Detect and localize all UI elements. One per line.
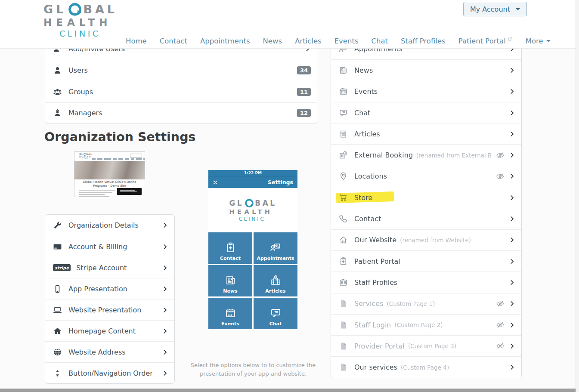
mini-account-button xyxy=(130,154,142,157)
location-pin-icon xyxy=(339,172,348,181)
users-card-row-groups[interactable]: Groups 11 xyxy=(45,81,317,102)
row-label: Managers xyxy=(68,109,102,117)
chat-icon xyxy=(339,108,348,117)
count-badge: 34 xyxy=(297,66,311,74)
mini-cta-button xyxy=(117,188,142,195)
feature-row-chat[interactable]: Chat xyxy=(331,102,521,123)
feature-row-articles[interactable]: Articles xyxy=(331,123,521,144)
eye-slash-icon xyxy=(496,299,505,308)
main-nav: Home Contact Appointments News Articles … xyxy=(126,37,551,45)
row-note: (Custom Page 2) xyxy=(395,321,443,328)
site-logo: GLBAL HEALTH CLINIC xyxy=(43,2,118,38)
settings-row-account-billing[interactable]: Account & Billing xyxy=(45,236,174,257)
row-label: External Booking xyxy=(354,151,413,159)
article-icon xyxy=(339,130,348,139)
file-icon xyxy=(339,363,348,372)
feature-row-contact[interactable]: Contact xyxy=(331,208,521,229)
row-label: Website Address xyxy=(68,348,126,356)
settings-row-organization-details[interactable]: Organization Details xyxy=(45,215,174,236)
chevron-right-icon xyxy=(162,370,168,377)
row-label: Staff Login xyxy=(354,321,391,329)
row-note: (renamed from Website) xyxy=(400,237,471,244)
settings-row-website-presentation[interactable]: Website Presentation xyxy=(45,299,174,320)
page-title: Organization Settings xyxy=(44,130,196,144)
presentation-caption: Select the options below to to customize… xyxy=(184,361,322,378)
feature-row-news[interactable]: News xyxy=(331,59,521,80)
chevron-right-icon xyxy=(509,279,515,286)
chat-tile-icon xyxy=(270,307,282,319)
row-label: Staff Profiles xyxy=(354,278,397,287)
nav-item-staff-profiles[interactable]: Staff Profiles xyxy=(401,37,446,45)
feature-row-services[interactable]: Services (Custom Page 1) xyxy=(331,293,521,314)
app-status-bar: 1:22 PM xyxy=(208,170,297,176)
laptop-icon xyxy=(53,306,62,315)
eye-slash-icon xyxy=(496,151,505,160)
nav-item-events[interactable]: Events xyxy=(334,37,359,45)
nav-item-contact[interactable]: Contact xyxy=(160,37,187,45)
users-card: Add/Invite Users Users 34 Groups 11 Mana… xyxy=(45,38,317,124)
eye-slash-icon xyxy=(496,342,505,350)
features-card: Appointments News Events Chat Articles E… xyxy=(331,38,522,378)
vertical-scrollbar[interactable] xyxy=(576,0,579,392)
feature-row-locations[interactable]: Locations xyxy=(331,166,521,187)
feature-row-our-website[interactable]: Our Website (renamed from Website) xyxy=(331,229,521,250)
row-label: Chat xyxy=(354,109,370,117)
chevron-right-icon xyxy=(509,300,515,307)
chevron-right-icon xyxy=(509,322,515,328)
nav-item-more[interactable]: More xyxy=(526,37,551,45)
row-label: Events xyxy=(354,87,378,96)
feature-row-our-services[interactable]: Our services (Custom Page 4) xyxy=(331,356,521,377)
count-badge: 12 xyxy=(297,109,311,117)
chevron-right-icon xyxy=(162,222,168,228)
chevron-right-icon xyxy=(509,194,515,201)
row-label: Groups xyxy=(68,88,93,96)
row-label: Services xyxy=(354,299,383,308)
feature-row-store[interactable]: Store xyxy=(331,187,521,208)
feature-row-staff-profiles[interactable]: Staff Profiles xyxy=(331,272,521,293)
users-card-row-managers[interactable]: Managers 12 xyxy=(45,102,317,124)
settings-row-button-navigation-order[interactable]: Button/Navigation Order xyxy=(45,362,174,383)
file-icon xyxy=(339,299,348,308)
settings-row-homepage-content[interactable]: Homepage Content xyxy=(45,320,174,341)
stripe-icon: stripe xyxy=(53,264,71,271)
chevron-right-icon xyxy=(509,88,515,95)
home-icon xyxy=(53,327,62,336)
appointments-tile-icon xyxy=(270,242,282,253)
feature-row-provider-portal[interactable]: Provider Portal (Custom Page 3) xyxy=(331,335,521,356)
external-link-icon xyxy=(508,36,513,41)
nav-item-news[interactable]: News xyxy=(263,37,282,45)
chevron-right-icon xyxy=(509,131,515,137)
row-label: Button/Navigation Order xyxy=(68,369,153,377)
users-icon xyxy=(53,87,62,96)
feature-row-patient-portal[interactable]: Patient Portal xyxy=(331,250,521,272)
app-logo: GLBAL HEALTH CLINIC xyxy=(229,198,276,222)
users-card-row-users[interactable]: Users 34 xyxy=(45,60,317,81)
feature-row-events[interactable]: Events xyxy=(331,81,521,102)
row-label: Account & Billing xyxy=(68,243,127,251)
row-note: (Custom Page 4) xyxy=(401,364,449,371)
settings-row-website-address[interactable]: Website Address xyxy=(45,341,174,362)
feature-row-staff-login[interactable]: Staff Login (Custom Page 2) xyxy=(331,314,521,335)
row-label: Store xyxy=(354,194,372,202)
organization-settings-card: Organization Details Account & Billing s… xyxy=(45,214,175,384)
app-title-bar: Settings xyxy=(208,176,297,188)
wrench-icon xyxy=(53,221,62,230)
count-badge: 11 xyxy=(297,88,311,96)
credit-card-icon xyxy=(53,242,62,251)
row-label: Articles xyxy=(354,130,380,138)
nav-item-chat[interactable]: Chat xyxy=(372,37,388,45)
mini-hero-image xyxy=(74,161,145,179)
row-label: Our Website xyxy=(354,236,396,244)
row-label: Our services xyxy=(354,363,397,371)
nav-item-appointments[interactable]: Appointments xyxy=(200,37,250,45)
chevron-right-icon xyxy=(509,258,515,265)
nav-item-articles[interactable]: Articles xyxy=(295,37,322,45)
chevron-right-icon xyxy=(509,237,515,243)
nav-item-patient-portal[interactable]: Patient Portal xyxy=(458,37,513,45)
my-account-button[interactable]: My Account xyxy=(463,2,527,16)
feature-row-external-booking[interactable]: External Booking (renamed from External … xyxy=(331,144,521,165)
settings-row-app-presentation[interactable]: App Presentation xyxy=(45,278,174,299)
settings-row-stripe-account[interactable]: stripe Stripe Account xyxy=(45,257,174,278)
row-label: Stripe Account xyxy=(76,264,127,272)
nav-item-home[interactable]: Home xyxy=(126,37,147,45)
